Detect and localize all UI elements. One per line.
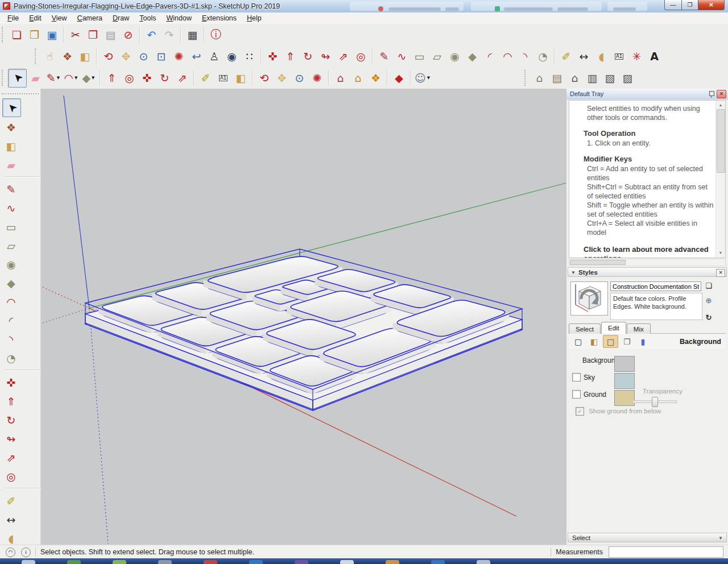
tool-zoom-extents-button[interactable]: ✺ (170, 48, 188, 65)
tool-view-left-button[interactable]: ▨ (619, 69, 636, 87)
tool-scale-button[interactable]: ⇗ (334, 48, 352, 65)
tool-offset-button[interactable]: ◎ (2, 467, 20, 485)
tool-select-hand-button[interactable]: ☝ (41, 48, 59, 65)
tray-close-button[interactable]: ✕ (717, 90, 726, 98)
taskbar-app-icon[interactable] (386, 560, 399, 564)
menu-help[interactable]: Help (242, 13, 267, 23)
show-ground-checkbox[interactable]: ✓ (576, 407, 584, 416)
scrollbar-thumb[interactable] (717, 109, 725, 173)
edge-settings-button[interactable]: ▢ (571, 335, 585, 347)
tool-rotated-rectangle-button[interactable]: ▱ (2, 237, 20, 254)
instructor-learn-more-link[interactable]: Click to learn about more advanced opera… (584, 245, 714, 258)
tool-copy-button[interactable]: ❐ (84, 26, 102, 44)
tool-share-component-button[interactable]: ❖ (367, 69, 384, 87)
scroll-down-icon[interactable]: ▼ (717, 249, 725, 257)
collapse-triangle-icon[interactable]: ▼ (571, 268, 576, 277)
tool-view-top-button[interactable]: ▤ (548, 69, 566, 87)
dropdown-arrow-icon[interactable]: ▼ (75, 76, 77, 80)
tool-paste-button[interactable]: ▤ (102, 26, 119, 44)
tool-circle-button[interactable]: ◉ (2, 255, 20, 273)
tool-rotate-button[interactable]: ↻ (156, 69, 173, 87)
tool-orbit-button[interactable]: ⟲ (255, 69, 273, 87)
tool-view-iso-button[interactable]: ⌂ (531, 69, 548, 87)
tool-tape-measure-button[interactable]: ✐ (2, 492, 20, 509)
tool-rectangle-button[interactable]: ▭ (411, 48, 428, 65)
tool-line-button[interactable]: ✎ (375, 48, 393, 65)
menu-window[interactable]: Window (161, 13, 196, 23)
tool-freehand-button[interactable]: ∿ (2, 199, 20, 217)
tool-zoom-extents-button[interactable]: ✺ (308, 69, 326, 87)
tool-extension-warehouse-button[interactable]: ◆ (390, 69, 408, 87)
tool-walk-button[interactable]: ∷ (241, 48, 258, 65)
tool-rectangle-button[interactable]: ▭ (2, 218, 20, 235)
transparency-slider[interactable] (632, 400, 677, 403)
taskbar-app-icon[interactable] (22, 560, 35, 564)
chevron-down-icon[interactable]: ▼ (718, 533, 723, 543)
instructor-scrollbar[interactable]: ▲ ▼ (715, 101, 725, 258)
background-color-swatch[interactable] (614, 356, 635, 372)
tool-view-front-button[interactable]: ⌂ (566, 69, 584, 87)
menu-draw[interactable]: Draw (107, 13, 134, 23)
taskbar-app-icon[interactable] (249, 560, 263, 564)
tool-line-button[interactable]: ✎▼ (44, 69, 62, 87)
tool-polygon-button[interactable]: ◆▼ (80, 69, 97, 87)
tool-print-button[interactable]: ▦ (184, 26, 201, 44)
tool-pie-button[interactable]: ◔ (534, 48, 552, 65)
tool-tape-measure-button[interactable]: ✐ (557, 48, 575, 65)
tool-protractor-button[interactable]: ◖ (593, 48, 610, 65)
style-name-field[interactable] (610, 281, 701, 291)
tool-view-right-button[interactable]: ▥ (584, 69, 601, 87)
tool-eraser-button[interactable]: ▰ (27, 69, 44, 87)
tool-eraser-button[interactable]: ▰ (2, 156, 20, 173)
credits-info-icon[interactable]: i (21, 548, 31, 557)
tool-move-button[interactable]: ✜ (2, 374, 20, 391)
tool-rotate-button[interactable]: ↻ (2, 411, 20, 429)
tool-model-info-button[interactable]: ⓘ (207, 26, 225, 44)
taskbar-app-icon[interactable] (477, 560, 490, 564)
ground-checkbox[interactable] (572, 390, 581, 399)
tool-two-point-arc-button[interactable]: ◠ (499, 48, 516, 65)
close-button[interactable]: ✕ (698, 0, 725, 10)
tool-push-pull-button[interactable]: ⇑ (2, 392, 20, 410)
tool-two-point-arc-button[interactable]: ◠▼ (62, 69, 80, 87)
sky-color-swatch[interactable] (614, 373, 635, 389)
tool-zoom-window-button[interactable]: ⊡ (152, 48, 170, 65)
tool-3d-text-button[interactable]: A (646, 48, 663, 65)
tool-circle-button[interactable]: ◉ (446, 48, 464, 65)
tool-erase-button[interactable]: ⊘ (119, 26, 137, 44)
tray-bottom-bar[interactable]: Select ▼ (568, 533, 727, 542)
ground-color-swatch[interactable] (614, 390, 635, 406)
geolocation-icon[interactable]: ◠ (6, 548, 15, 557)
secondary-pane-icon[interactable]: ❏ (703, 281, 714, 292)
tool-pan-button[interactable]: ✥ (273, 69, 291, 87)
tool-orbit-button[interactable]: ⟲ (100, 48, 117, 65)
styles-close-button[interactable]: ✕ (716, 269, 725, 277)
tool-scale-button[interactable]: ⇗ (2, 449, 20, 466)
tool-open-button[interactable]: ❒ (26, 26, 43, 44)
tool-select-button[interactable]: ➤ (2, 98, 21, 117)
tool-follow-me-button[interactable]: ↬ (2, 430, 20, 447)
tool-dimension-button[interactable]: ↔ (575, 48, 593, 65)
tool-pie-button[interactable]: ◔ (2, 349, 20, 367)
dropdown-arrow-icon[interactable]: ▼ (427, 76, 430, 80)
taskbar-app-icon[interactable] (113, 560, 126, 564)
modeling-settings-button[interactable]: ▮ (636, 335, 650, 347)
dropdown-arrow-icon[interactable]: ▼ (92, 76, 94, 80)
taskbar-app-icon[interactable] (340, 560, 354, 564)
drawing-viewport[interactable] (41, 89, 566, 545)
taskbar-app-icon[interactable] (431, 560, 445, 564)
windows-taskbar[interactable] (0, 558, 728, 564)
menu-view[interactable]: View (47, 13, 72, 23)
tool-dimension-button[interactable]: ↔ (2, 511, 20, 528)
tool-line-button[interactable]: ✎ (2, 180, 20, 198)
tool-push-pull-button[interactable]: ⇑ (103, 69, 121, 87)
styles-panel-header[interactable]: ▼ Styles ✕ (568, 267, 727, 277)
tool-move-button[interactable]: ✜ (138, 69, 156, 87)
restore-button[interactable]: ❐ (682, 0, 698, 10)
tool-offset-button[interactable]: ◎ (121, 69, 138, 87)
taskbar-app-icon[interactable] (158, 560, 172, 564)
minimize-button[interactable]: — (664, 0, 682, 10)
tool-paint-bucket-button[interactable]: ◧ (2, 137, 20, 155)
scroll-up-icon[interactable]: ▲ (717, 101, 725, 109)
dropdown-arrow-icon[interactable]: ▼ (57, 76, 60, 80)
